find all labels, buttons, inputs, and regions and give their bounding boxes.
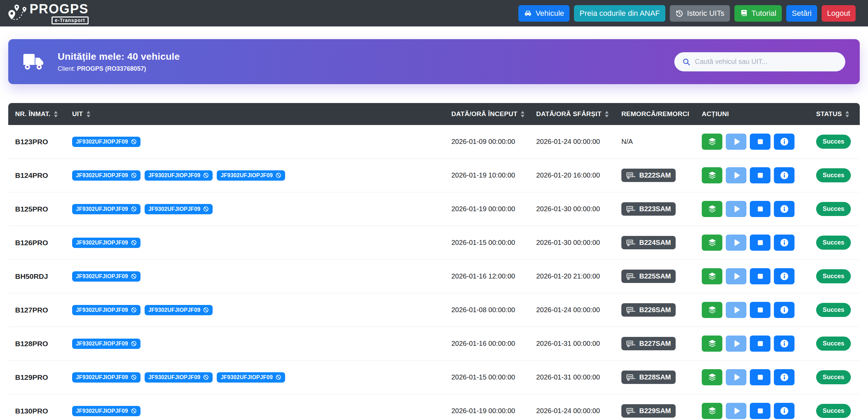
ban-icon[interactable] xyxy=(131,273,137,279)
ban-icon[interactable] xyxy=(275,172,281,178)
stop-button[interactable] xyxy=(750,235,770,251)
ban-icon[interactable] xyxy=(131,408,137,414)
info-button[interactable] xyxy=(774,134,794,150)
end-datetime: 2026-01-20 16:00:00 xyxy=(529,171,615,179)
layers-button[interactable] xyxy=(702,201,722,217)
play-button[interactable] xyxy=(726,336,746,352)
uit-badge[interactable]: JF9302UFJIOPJF09 xyxy=(145,170,213,181)
play-icon xyxy=(732,339,741,348)
start-datetime: 2026-01-16 12:00:00 xyxy=(444,272,529,280)
play-button[interactable] xyxy=(726,167,746,183)
stop-button[interactable] xyxy=(750,302,770,318)
uit-badge[interactable]: JF9302UFJIOPJF09 xyxy=(217,372,285,383)
ban-icon[interactable] xyxy=(131,206,137,212)
trailer-plate: B226SAM xyxy=(639,306,671,314)
uit-badge[interactable]: JF9302UFJIOPJF09 xyxy=(145,204,213,214)
info-icon xyxy=(780,305,789,315)
uit-list: JF9302UFJIOPJF09 xyxy=(65,339,444,349)
ban-icon[interactable] xyxy=(131,341,137,347)
start-datetime: 2026-01-19 00:00:00 xyxy=(444,407,529,415)
info-button[interactable] xyxy=(774,201,794,217)
play-button[interactable] xyxy=(726,403,746,419)
tutorial-button[interactable]: Tutorial xyxy=(734,5,782,22)
play-button[interactable] xyxy=(726,268,746,284)
start-datetime: 2026-01-19 10:00:00 xyxy=(444,171,529,179)
ban-icon[interactable] xyxy=(131,374,137,380)
uit-badge[interactable]: JF9302UFJIOPJF09 xyxy=(217,170,285,181)
uit-badge[interactable]: JF9302UFJIOPJF09 xyxy=(72,271,140,282)
play-button[interactable] xyxy=(726,369,746,385)
ban-icon[interactable] xyxy=(131,307,137,313)
ban-icon[interactable] xyxy=(131,240,137,246)
uit-badge[interactable]: JF9302UFJIOPJF09 xyxy=(72,204,140,214)
info-button[interactable] xyxy=(774,235,794,251)
navbar: PROGPS e-Transport Vehicule Preia coduri… xyxy=(0,0,868,26)
stop-button[interactable] xyxy=(750,336,770,352)
layers-icon xyxy=(708,171,717,180)
ban-icon[interactable] xyxy=(203,374,209,380)
ban-icon[interactable] xyxy=(203,307,209,313)
stop-button[interactable] xyxy=(750,134,770,150)
layers-button[interactable] xyxy=(702,403,722,419)
header-uit[interactable]: UIT xyxy=(65,110,444,118)
info-button[interactable] xyxy=(774,167,794,183)
uit-badge[interactable]: JF9302UFJIOPJF09 xyxy=(145,305,213,315)
uit-badge[interactable]: JF9302UFJIOPJF09 xyxy=(72,170,140,181)
play-button[interactable] xyxy=(726,201,746,217)
play-button[interactable] xyxy=(726,134,746,150)
uit-badge[interactable]: JF9302UFJIOPJF09 xyxy=(72,339,140,349)
preia-anaf-button[interactable]: Preia codurile din ANAF xyxy=(574,5,665,22)
stop-button[interactable] xyxy=(750,201,770,217)
uit-badge[interactable]: JF9302UFJIOPJF09 xyxy=(72,372,140,383)
info-button[interactable] xyxy=(774,268,794,284)
layers-button[interactable] xyxy=(702,268,722,284)
search-input[interactable] xyxy=(695,58,837,66)
layers-button[interactable] xyxy=(702,369,722,385)
layers-button[interactable] xyxy=(702,167,722,183)
header-status[interactable]: STATUS xyxy=(809,110,860,118)
layers-button[interactable] xyxy=(702,302,722,318)
ban-icon[interactable] xyxy=(131,172,137,178)
stop-icon xyxy=(756,339,765,348)
ban-icon[interactable] xyxy=(203,172,209,178)
end-datetime: 2026-01-30 00:00:00 xyxy=(529,205,615,213)
ban-icon[interactable] xyxy=(275,374,281,380)
uit-badge[interactable]: JF9302UFJIOPJF09 xyxy=(145,372,213,383)
header-nr-inmat[interactable]: NR. ÎNMAT. xyxy=(8,110,65,118)
layers-button[interactable] xyxy=(702,134,722,150)
istoric-uits-button[interactable]: Istoric UITs xyxy=(670,5,730,22)
uit-list: JF9302UFJIOPJF09 xyxy=(65,271,444,282)
trailer-badge: B227SAM xyxy=(621,337,676,350)
status-badge: Succes xyxy=(816,337,851,351)
table-body: B123PRO JF9302UFJIOPJF09 2026-01-09 00:0… xyxy=(8,125,860,420)
setari-button[interactable]: Setări xyxy=(786,5,817,22)
uit-badge[interactable]: JF9302UFJIOPJF09 xyxy=(72,238,140,248)
trailer-cell: N/A xyxy=(615,138,695,146)
layers-button[interactable] xyxy=(702,235,722,251)
info-button[interactable] xyxy=(774,336,794,352)
info-button[interactable] xyxy=(774,369,794,385)
uit-badge[interactable]: JF9302UFJIOPJF09 xyxy=(72,137,140,147)
logout-button[interactable]: Logout xyxy=(822,5,856,22)
stop-button[interactable] xyxy=(750,403,770,419)
trailer-cell: B224SAM xyxy=(615,236,695,249)
vehicule-button[interactable]: Vehicule xyxy=(518,5,570,22)
header-data-inceput[interactable]: DATĂ/ORĂ ÎNCEPUT xyxy=(444,110,529,118)
play-button[interactable] xyxy=(726,302,746,318)
ban-icon[interactable] xyxy=(203,206,209,212)
play-icon xyxy=(732,204,741,214)
stop-button[interactable] xyxy=(750,369,770,385)
uit-badge[interactable]: JF9302UFJIOPJF09 xyxy=(72,305,140,315)
end-datetime: 2026-01-24 00:00:00 xyxy=(529,138,615,146)
ban-icon[interactable] xyxy=(131,139,137,145)
layers-button[interactable] xyxy=(702,336,722,352)
status-badge: Succes xyxy=(816,236,851,250)
stop-button[interactable] xyxy=(750,268,770,284)
info-button[interactable] xyxy=(774,302,794,318)
row-actions xyxy=(695,167,809,183)
header-data-sfarsit[interactable]: DATĂ/ORĂ SFÂRȘIT xyxy=(529,110,615,118)
stop-button[interactable] xyxy=(750,167,770,183)
play-button[interactable] xyxy=(726,235,746,251)
uit-badge[interactable]: JF9302UFJIOPJF09 xyxy=(72,406,140,416)
info-button[interactable] xyxy=(774,403,794,419)
